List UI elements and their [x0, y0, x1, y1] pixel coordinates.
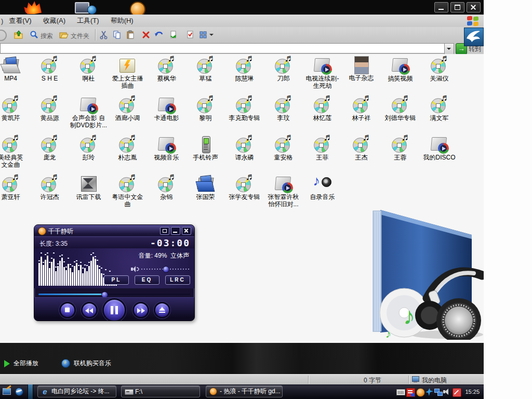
file-item[interactable]: ♬许冠杰 [30, 175, 69, 214]
search-button[interactable]: 搜索 [41, 32, 53, 41]
file-item[interactable]: ♬李克勤专辑 [225, 96, 264, 135]
player-minimize-button[interactable] [171, 227, 180, 235]
file-item[interactable]: 电子杂志 [342, 56, 381, 96]
file-item[interactable]: 张国荣 [186, 175, 225, 214]
file-item[interactable]: 会声会影 自 制DVD影片... [69, 96, 108, 135]
file-item[interactable]: 我的DISCO [420, 135, 459, 175]
file-item[interactable]: MP4 [0, 56, 30, 96]
file-item[interactable]: ♬关淑仪 [420, 56, 459, 96]
views-dropdown-icon[interactable] [209, 34, 214, 36]
pause-button[interactable] [102, 298, 126, 321]
file-item[interactable]: 张智霖许秋 怡怀旧对... [264, 175, 303, 214]
address-dropdown-button[interactable] [444, 43, 454, 55]
next-button[interactable] [132, 302, 149, 318]
file-item[interactable]: 搞笑视频 [381, 56, 420, 96]
file-item[interactable]: ♬粤语中文金 曲 [108, 175, 147, 214]
file-item[interactable]: ♬童安格 [264, 135, 303, 175]
up-button[interactable] [14, 30, 23, 39]
minimize-button[interactable] [434, 2, 448, 12]
player-titlebar[interactable]: 千千静听 [34, 225, 194, 236]
ime-tray-icon[interactable] [406, 388, 415, 397]
file-item[interactable]: ♬林子祥 [342, 96, 381, 135]
search-icon[interactable] [30, 30, 39, 39]
file-item[interactable]: ♬美经典英 文金曲 [0, 135, 30, 175]
menu-item[interactable]: 查看(V) [3, 15, 37, 26]
player-maximize-button[interactable] [160, 227, 169, 235]
keyboard-tray-icon[interactable] [396, 389, 405, 395]
quick-launch-browser-button[interactable] [15, 387, 24, 396]
taskbar-button[interactable]: - 热浪 - 千千静听 gd... [206, 385, 283, 397]
file-item[interactable]: ♬李玟 [264, 96, 303, 135]
file-item[interactable]: ♬黄品源 [30, 96, 69, 135]
file-item[interactable]: ♬酒廊小调 [108, 96, 147, 135]
folders-icon[interactable] [59, 30, 69, 39]
file-item[interactable]: ♬庞龙 [30, 135, 69, 175]
file-item[interactable]: 电视连续剧- 生死劫 [303, 56, 342, 96]
cut-icon[interactable] [99, 30, 109, 39]
file-item[interactable]: ♬萧亚轩 [0, 175, 30, 214]
previous-button[interactable] [81, 302, 98, 318]
file-item[interactable]: ♬刀郎 [264, 56, 303, 96]
menu-item[interactable]: 工具(T) [71, 15, 105, 26]
file-item[interactable]: 讯雷下载 [69, 175, 108, 214]
file-item[interactable]: ♬王蓉 [381, 135, 420, 175]
file-item[interactable]: ♬S H E [30, 56, 69, 96]
swallow-tray-icon[interactable] [425, 388, 433, 396]
tt-tray-icon[interactable] [416, 388, 425, 397]
pl-button[interactable]: PL [104, 275, 129, 285]
buy-music-online-button[interactable]: ♪ 联机购买音乐 [61, 359, 111, 368]
file-item[interactable]: 视频音乐 [147, 135, 186, 175]
stop-button[interactable] [59, 302, 76, 318]
volume-tray-icon[interactable] [443, 388, 450, 396]
file-item[interactable]: ♬王杰 [342, 135, 381, 175]
file-item[interactable]: ♬杂锦 [147, 175, 186, 214]
close-button[interactable] [467, 2, 481, 12]
copy-icon[interactable] [112, 30, 122, 39]
file-item[interactable]: 卡通电影 [147, 96, 186, 135]
lrc-button[interactable]: LRC [165, 275, 190, 285]
file-item[interactable]: ♬谭永磷 [225, 135, 264, 175]
file-item[interactable]: 手机铃声 [186, 135, 225, 175]
volume-slider[interactable] [141, 269, 189, 270]
eq-button[interactable]: EQ [135, 275, 159, 285]
file-item[interactable]: ♪自录音乐 [303, 175, 342, 214]
taskbar-button[interactable]: e电白同乡论坛 -> 终... [37, 385, 116, 397]
eject-button[interactable] [154, 302, 170, 318]
network-tray-icon[interactable] [434, 388, 442, 396]
play-all-button[interactable]: 全部播放 [4, 359, 38, 368]
progress-slider[interactable] [38, 291, 190, 297]
views-icon[interactable] [199, 30, 208, 39]
quick-launch-show-desktop-button[interactable] [2, 387, 11, 396]
checklist-icon[interactable] [185, 30, 195, 39]
paste-icon[interactable] [126, 30, 135, 39]
player-close-button[interactable] [182, 227, 191, 235]
menu-item[interactable]: 收藏(A) [37, 15, 71, 26]
file-item[interactable]: ♬满文军 [420, 96, 459, 135]
taskbar-clock[interactable]: 15:25 [465, 389, 480, 395]
security-tray-icon[interactable] [453, 388, 461, 397]
undo-icon[interactable] [154, 30, 163, 39]
volume-handle[interactable] [163, 266, 169, 273]
taskbar-button[interactable]: F:\ [121, 385, 200, 397]
file-item[interactable]: ♬黄凯芹 [0, 96, 30, 135]
file-item[interactable]: ♬草猛 [186, 56, 225, 96]
delete-icon[interactable] [141, 30, 151, 39]
file-item[interactable]: ♬朴志胤 [108, 135, 147, 175]
file-item[interactable]: ♬黎明 [186, 96, 225, 135]
file-item[interactable]: ♬彭玲 [69, 135, 108, 175]
file-item[interactable]: ♬王菲 [303, 135, 342, 175]
maximize-button[interactable] [450, 2, 464, 12]
file-item[interactable]: ♬张学友专辑 [225, 175, 264, 214]
swallow-logo-button[interactable] [464, 28, 484, 46]
address-input[interactable] [0, 43, 448, 54]
file-item[interactable]: ♬刘德华专辑 [381, 96, 420, 135]
player-window[interactable]: 千千静听 长度: 3:35 -03:00 音量: 49% 立体声 [34, 224, 195, 321]
file-item[interactable]: ♬陈慧琳 [225, 56, 264, 96]
folders-button[interactable]: 文件夹 [71, 32, 89, 41]
file-item[interactable]: ♬林忆莲 [303, 96, 342, 135]
file-item[interactable]: 爱上女主播 插曲 [108, 56, 147, 96]
menu-item[interactable]: 帮助(H) [105, 15, 139, 26]
file-item[interactable]: ♬蔡枫华 [147, 56, 186, 96]
file-item[interactable]: ♬啊杜 [69, 56, 108, 96]
speaker-icon[interactable] [131, 265, 139, 273]
